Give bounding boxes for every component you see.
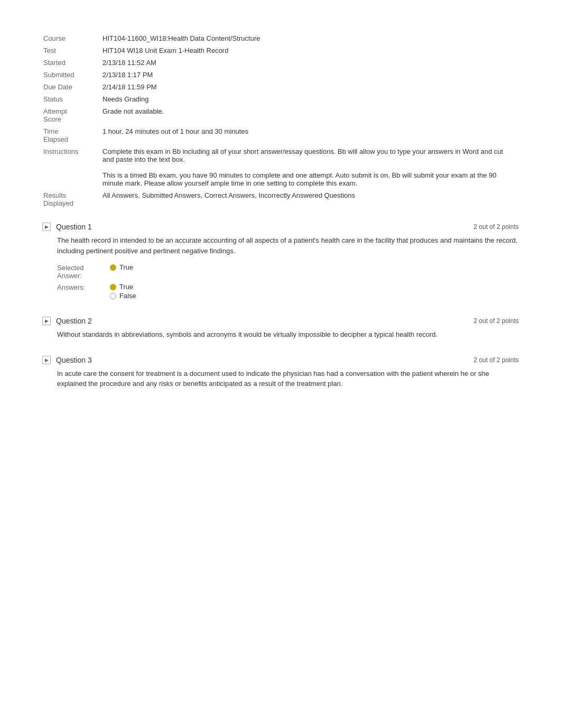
attempt-score-value: Grade not available.: [102, 106, 518, 125]
submitted-label: Submitted: [43, 69, 101, 80]
instructions-value: Complete this exam in Bb including all o…: [102, 146, 518, 189]
info-row-attempt-score: AttemptScore Grade not available.: [43, 106, 518, 125]
question-points-2: 2 out of 2 points: [474, 317, 519, 325]
info-row-started: Started 2/13/18 11:52 AM: [43, 57, 518, 68]
question-header-1: ▶Question 12 out of 2 points: [42, 223, 519, 231]
question-text-1: The health record in intended to be an a…: [42, 235, 519, 256]
answer-option-text-2: False: [119, 292, 136, 300]
question-block-3: ▶Question 32 out of 2 pointsIn acute car…: [42, 356, 519, 389]
question-title-1: Question 1: [56, 223, 92, 231]
instructions-text-2: This is a timed Bb exam, you have 90 min…: [102, 171, 497, 187]
answer-option-2: False: [110, 292, 136, 300]
instructions-text-1: Complete this exam in Bb including all o…: [102, 148, 503, 163]
question-header-3: ▶Question 32 out of 2 points: [42, 356, 519, 364]
answer-dot: [110, 293, 116, 299]
due-date-label: Due Date: [43, 81, 101, 93]
info-row-instructions: Instructions Complete this exam in Bb in…: [43, 146, 518, 189]
status-label: Status: [43, 94, 101, 105]
test-label: Test: [43, 45, 101, 56]
info-row-status: Status Needs Grading: [43, 94, 518, 105]
selected-answer-dot: [110, 264, 116, 271]
answer-section-1: Selected Answer:TrueAnswers:TrueFalse: [42, 263, 519, 301]
selected-answer-value: True: [119, 263, 133, 271]
selected-answer-label: Selected Answer:: [57, 263, 110, 280]
question-block-1: ▶Question 12 out of 2 pointsThe health r…: [42, 223, 519, 301]
info-row-test: Test HIT104 WI18 Unit Exam 1-Health Reco…: [43, 45, 518, 56]
course-label: Course: [43, 33, 101, 44]
question-text-3: In acute care the consent for treatment …: [42, 368, 519, 389]
answer-option-1: True: [110, 283, 136, 291]
info-row-submitted: Submitted 2/13/18 1:17 PM: [43, 69, 518, 80]
answers-label: Answers:: [57, 283, 110, 291]
question-text-2: Without standards in abbreviations, symb…: [42, 329, 519, 340]
question-expand-icon[interactable]: ▶: [42, 356, 51, 364]
time-elapsed-value: 1 hour, 24 minutes out of 1 hour and 30 …: [102, 126, 518, 145]
attempt-score-label: AttemptScore: [43, 106, 101, 125]
test-value: HIT104 WI18 Unit Exam 1-Health Record: [102, 45, 518, 56]
info-row-results: ResultsDisplayed All Answers, Submitted …: [43, 190, 518, 209]
instructions-label: Instructions: [43, 146, 101, 189]
question-expand-icon[interactable]: ▶: [42, 223, 51, 231]
selected-answer-row: Selected Answer:True: [57, 263, 519, 280]
question-title-3: Question 3: [56, 356, 92, 364]
question-expand-icon[interactable]: ▶: [42, 317, 51, 325]
info-table: Course HIT104-11600_WI18:Health Data Con…: [42, 32, 519, 210]
info-row-due-date: Due Date 2/14/18 11:59 PM: [43, 81, 518, 93]
status-value: Needs Grading: [102, 94, 518, 105]
info-row-time-elapsed: TimeElapsed 1 hour, 24 minutes out of 1 …: [43, 126, 518, 145]
question-points-3: 2 out of 2 points: [474, 356, 519, 364]
info-row-course: Course HIT104-11600_WI18:Health Data Con…: [43, 33, 518, 44]
question-header-2: ▶Question 22 out of 2 points: [42, 317, 519, 325]
answer-options: TrueFalse: [110, 283, 136, 301]
results-displayed-label: ResultsDisplayed: [43, 190, 101, 209]
answer-option-text-1: True: [119, 283, 133, 291]
due-date-value: 2/14/18 11:59 PM: [102, 81, 518, 93]
results-displayed-value: All Answers, Submitted Answers, Correct …: [102, 190, 518, 209]
correct-answer-dot: [110, 284, 116, 290]
started-label: Started: [43, 57, 101, 68]
question-block-2: ▶Question 22 out of 2 pointsWithout stan…: [42, 317, 519, 340]
submitted-value: 2/13/18 1:17 PM: [102, 69, 518, 80]
questions-container: ▶Question 12 out of 2 pointsThe health r…: [42, 223, 519, 389]
started-value: 2/13/18 11:52 AM: [102, 57, 518, 68]
course-value: HIT104-11600_WI18:Health Data Content/St…: [102, 33, 518, 44]
time-elapsed-label: TimeElapsed: [43, 126, 101, 145]
question-points-1: 2 out of 2 points: [474, 223, 519, 231]
answers-row: Answers:TrueFalse: [57, 283, 519, 301]
question-title-2: Question 2: [56, 317, 92, 325]
